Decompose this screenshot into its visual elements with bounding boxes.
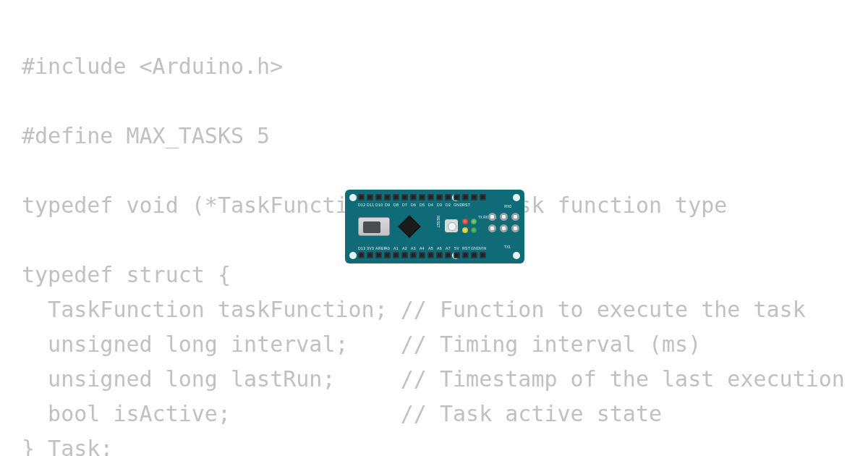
pin-pad (401, 252, 408, 258)
pin-pad (375, 252, 382, 258)
pin-label: D3 (436, 203, 443, 207)
led-rx-icon (462, 227, 468, 233)
pin-label: D8 (393, 203, 399, 207)
pin-label: A6 (436, 246, 443, 250)
pin-label: D5 (419, 203, 425, 207)
pin-pad (419, 194, 425, 200)
pin-pad (427, 252, 434, 258)
pin-pad (393, 194, 399, 200)
pin-label: D2 (445, 203, 451, 207)
pin-pad (393, 252, 399, 258)
pin-label: 5V (454, 246, 460, 250)
pin-pad (427, 194, 434, 200)
pin-labels-bottom: D133V3AREFA0A1A2A3A4A5A6A75VRSTGNDVIN (358, 246, 510, 250)
pin-label: A0 (384, 246, 391, 250)
icsp-header (488, 213, 517, 240)
mounting-hole (513, 252, 520, 259)
led-on-icon (471, 219, 477, 224)
pin-label: D6 (410, 203, 417, 207)
led-tx-icon (462, 219, 468, 224)
pin-label: RST (462, 203, 469, 207)
icsp-pin (511, 213, 519, 221)
pin-label: A4 (419, 246, 425, 250)
pin-label-rx0: RX0 (504, 204, 511, 208)
pin-label: D9 (384, 203, 391, 207)
pin-pad (445, 252, 451, 258)
pin-pad (401, 194, 408, 200)
pin-pad (436, 194, 443, 200)
icsp-pin (488, 224, 496, 232)
reset-label: RESET (436, 216, 441, 228)
pin-pad (462, 252, 469, 258)
pin-label: A3 (410, 246, 417, 250)
pin-pad (480, 252, 486, 258)
pin-label: D7 (401, 203, 408, 207)
pin-label: 3V3 (367, 246, 373, 250)
pin-label: A5 (427, 246, 434, 250)
pin-label-tx1: TX1 (504, 245, 511, 249)
pin-label: RST (462, 246, 469, 250)
pin-label: D4 (427, 203, 434, 207)
mounting-hole (513, 194, 520, 201)
pin-pad (358, 194, 365, 200)
reset-button[interactable] (445, 219, 458, 232)
pin-label: D12 (358, 203, 365, 207)
pin-label: A7 (445, 246, 451, 250)
pin-label: GND (471, 246, 477, 250)
pin-pad (436, 252, 443, 258)
pin-header-top (358, 194, 490, 201)
pin-pad (410, 194, 417, 200)
icsp-pin (511, 224, 519, 232)
mounting-hole (349, 194, 357, 201)
pin-label: AREF (375, 246, 382, 250)
pin-pad (454, 252, 460, 258)
icsp-pin (488, 213, 496, 221)
icsp-pin (500, 213, 508, 221)
pin-pad (384, 194, 391, 200)
pin-labels-top: D12D11D10D9D8D7D6D5D4D3D2GNDRST (358, 203, 510, 207)
pin-label: D13 (358, 246, 365, 250)
pin-label: GND (454, 203, 460, 207)
arduino-nano-board: D12D11D10D9D8D7D6D5D4D3D2GNDRST D133V3AR… (345, 190, 524, 263)
pin-pad (471, 194, 477, 200)
pin-label: VIN (480, 246, 486, 250)
pin-pad (410, 252, 417, 258)
pin-label: D10 (375, 203, 382, 207)
pin-pad (375, 194, 382, 200)
usb-mini-connector (358, 217, 390, 236)
mounting-hole (349, 252, 357, 259)
pin-pad (384, 252, 391, 258)
pin-label: D11 (367, 203, 373, 207)
pin-label: A2 (401, 246, 408, 250)
pin-pad (419, 252, 425, 258)
pin-pad (367, 252, 373, 258)
pin-header-bottom (358, 252, 490, 259)
pin-label: A1 (393, 246, 399, 250)
pin-pad (471, 252, 477, 258)
pin-pad (462, 194, 469, 200)
pin-pad (454, 194, 460, 200)
pin-pad (445, 194, 451, 200)
pin-pad (367, 194, 373, 200)
icsp-pin (500, 224, 508, 232)
pin-pad (358, 252, 365, 258)
pin-pad (480, 194, 486, 200)
led-l-icon (471, 227, 477, 233)
